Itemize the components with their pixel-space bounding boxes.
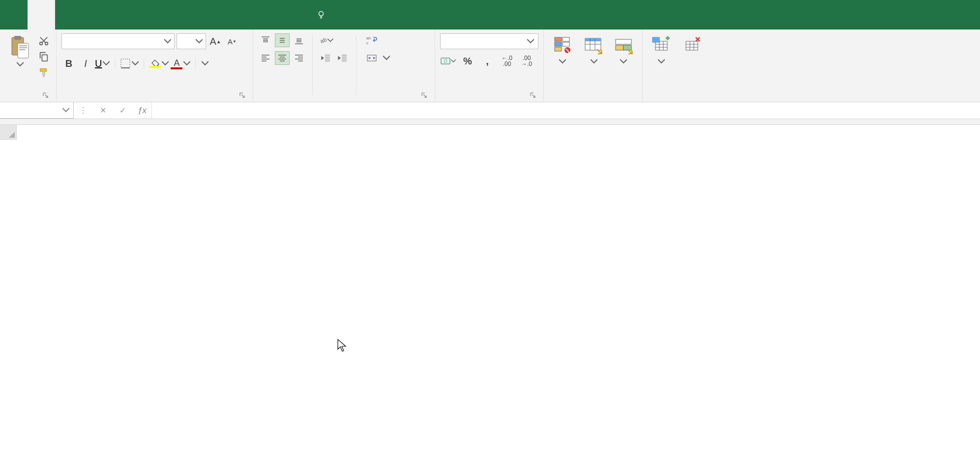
svg-rect-6: [19, 49, 25, 50]
ribbon-tabs: [0, 0, 980, 30]
svg-rect-9: [42, 55, 47, 61]
chevron-down-icon: [451, 58, 456, 64]
tab-home[interactable]: [28, 0, 55, 30]
align-right-button[interactable]: [292, 51, 306, 65]
align-middle-icon: [277, 36, 287, 45]
border-button[interactable]: [120, 58, 139, 69]
outdent-icon: [321, 54, 331, 62]
cell-styles-button[interactable]: [610, 33, 637, 67]
clipboard-icon: [9, 35, 30, 59]
delete-button[interactable]: [678, 33, 706, 59]
tab-data[interactable]: [138, 0, 165, 30]
enter-formula-button[interactable]: ✓: [117, 105, 128, 116]
svg-rect-17: [555, 37, 562, 41]
tab-insert[interactable]: [55, 0, 83, 30]
tab-formulas[interactable]: [110, 0, 138, 30]
comma-button[interactable]: ,: [479, 54, 495, 68]
align-left-icon: [261, 54, 270, 62]
chevron-down-icon: [620, 58, 627, 65]
divider: [115, 58, 115, 69]
increase-decimal-button[interactable]: ←.0.00: [499, 54, 515, 68]
wrap-text-button[interactable]: abc: [362, 33, 394, 47]
align-bottom-button[interactable]: [292, 33, 306, 47]
wrap-text-icon: abc: [366, 35, 377, 45]
align-top-button[interactable]: [258, 33, 273, 47]
svg-rect-20: [563, 37, 569, 41]
format-as-table-button[interactable]: [579, 33, 607, 67]
dialog-launcher-icon[interactable]: [42, 92, 49, 99]
group-styles: [544, 30, 643, 102]
cut-icon[interactable]: [38, 35, 49, 46]
chevron-down-icon: [183, 60, 190, 67]
font-size-select[interactable]: [177, 33, 206, 49]
align-center-icon: [277, 54, 287, 62]
font-name-select[interactable]: [61, 33, 175, 49]
spreadsheet-grid: [0, 125, 980, 140]
tab-power-pivot[interactable]: [275, 0, 303, 30]
divider: [312, 35, 313, 95]
tab-developer[interactable]: [220, 0, 248, 30]
conditional-format-icon: [553, 35, 572, 55]
svg-text:ab: ab: [366, 36, 371, 40]
orientation-button[interactable]: ab: [319, 33, 333, 47]
cell-styles-icon: [614, 35, 633, 55]
increase-font-button[interactable]: A▲: [208, 34, 223, 49]
underline-button[interactable]: U: [95, 58, 110, 69]
select-all-corner[interactable]: [0, 125, 17, 140]
svg-rect-4: [19, 45, 27, 46]
tab-review[interactable]: [165, 0, 193, 30]
align-middle-button[interactable]: [275, 33, 290, 47]
svg-rect-26: [616, 45, 624, 50]
fill-color-button[interactable]: [149, 59, 169, 68]
tab-view[interactable]: [193, 0, 220, 30]
svg-rect-28: [655, 41, 667, 50]
dialog-launcher-icon[interactable]: [530, 92, 536, 99]
align-top-icon: [261, 36, 270, 45]
increase-indent-button[interactable]: [335, 51, 350, 65]
conditional-format-button[interactable]: [549, 33, 576, 67]
name-box[interactable]: [0, 102, 74, 119]
decrease-decimal-button[interactable]: .00→.0: [519, 54, 535, 68]
format-painter-icon[interactable]: [38, 67, 49, 78]
font-color-button[interactable]: A: [171, 58, 190, 69]
align-bottom-icon: [294, 36, 304, 45]
formula-bar: ⋮ ✕ ✓ ƒx: [0, 102, 980, 119]
dialog-launcher-icon[interactable]: [239, 92, 246, 99]
formula-input[interactable]: [152, 102, 980, 119]
phonetic-button[interactable]: [201, 60, 208, 67]
chevron-down-icon: [327, 37, 333, 44]
tab-page-layout[interactable]: [83, 0, 110, 30]
tell-me[interactable]: [303, 0, 344, 30]
copy-icon[interactable]: [38, 51, 49, 62]
chevron-down-icon: [591, 58, 597, 65]
bold-button[interactable]: B: [61, 56, 76, 71]
decrease-indent-button[interactable]: [319, 51, 333, 65]
group-font: A▲ A▼ B I U A: [57, 30, 253, 102]
group-cells: [643, 30, 711, 102]
chevron-down-icon: [527, 38, 534, 45]
divider: [356, 35, 356, 95]
group-alignment: ab abc: [253, 30, 435, 102]
tab-file[interactable]: [0, 0, 28, 30]
percent-button[interactable]: %: [460, 54, 475, 68]
paste-button[interactable]: [5, 33, 33, 70]
cancel-formula-button[interactable]: ✕: [97, 105, 108, 116]
insert-button[interactable]: [648, 33, 675, 67]
tab-help[interactable]: [248, 0, 275, 30]
merge-center-button[interactable]: [362, 51, 394, 65]
fx-button[interactable]: ƒx: [137, 105, 148, 116]
accounting-format-button[interactable]: [440, 54, 456, 68]
ribbon-body: A▲ A▼ B I U A: [0, 30, 980, 102]
range-selector-button[interactable]: ⋮: [78, 105, 89, 116]
svg-rect-21: [563, 42, 569, 46]
lightbulb-icon: [317, 10, 326, 19]
svg-rect-25: [616, 39, 631, 44]
dialog-launcher-icon[interactable]: [421, 92, 428, 99]
spacer: [0, 119, 980, 125]
italic-button[interactable]: I: [78, 56, 93, 71]
chevron-down-icon: [202, 60, 208, 67]
number-format-select[interactable]: [440, 33, 538, 49]
decrease-font-button[interactable]: A▼: [225, 34, 239, 49]
align-center-button[interactable]: [275, 51, 290, 65]
align-left-button[interactable]: [258, 51, 273, 65]
